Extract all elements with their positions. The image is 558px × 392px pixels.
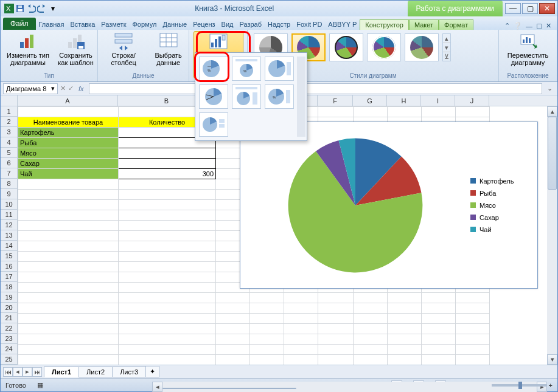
tab-Разраб[interactable]: Разраб (236, 19, 265, 30)
cell-A3[interactable]: Картофель (18, 128, 119, 138)
name-box[interactable]: Диаграмма 8▾ (3, 83, 58, 94)
tab-Вставка[interactable]: Вставка (67, 19, 98, 30)
cell-A11[interactable] (18, 210, 119, 221)
macro-icon[interactable]: ▦ (37, 381, 43, 389)
change-chart-type-button[interactable]: Изменить тип диаграммы (4, 31, 52, 66)
cell-C20[interactable] (216, 303, 250, 314)
tab-ABBYY P[interactable]: ABBYY P (325, 19, 360, 30)
row-header-19[interactable]: 19 (1, 292, 17, 303)
tab-Конструктор[interactable]: Конструктор (360, 19, 409, 30)
tab-nav-first[interactable]: ⏮ (3, 367, 13, 377)
scroll-up-icon[interactable]: ▴ (443, 34, 450, 43)
row-header-15[interactable]: 15 (1, 251, 17, 261)
row-header-17[interactable]: 17 (1, 272, 17, 282)
col-header-F[interactable]: F (318, 95, 353, 106)
more-styles-icon[interactable]: ⊻ (443, 52, 450, 61)
cell-J23[interactable] (456, 334, 490, 345)
row-header-18[interactable]: 18 (1, 282, 17, 292)
cell-A16[interactable] (18, 262, 119, 272)
cell-J20[interactable] (456, 303, 490, 314)
cell-A18[interactable] (18, 283, 119, 293)
col-header-J[interactable]: J (455, 95, 489, 106)
cell-H19[interactable] (388, 293, 422, 303)
sheet-tab-Лист2[interactable]: Лист2 (78, 366, 113, 377)
cell-B13[interactable] (119, 231, 216, 241)
tab-Макет[interactable]: Макет (409, 19, 439, 30)
cell-H21[interactable] (388, 314, 422, 324)
tab-Вид[interactable]: Вид (218, 19, 237, 30)
cell-I23[interactable] (422, 334, 456, 345)
cell-I21[interactable] (422, 314, 456, 324)
cell-A21[interactable] (18, 314, 119, 324)
chart-object[interactable]: КартофельРыбаМясоСахарЧай (240, 122, 538, 289)
cell-I25[interactable] (422, 355, 456, 365)
restore-button[interactable]: ▢ (522, 3, 538, 14)
cell-A1[interactable] (18, 107, 119, 117)
cell-A6[interactable]: Сахар (18, 159, 119, 169)
cell-A17[interactable] (18, 272, 119, 283)
cell-B8[interactable] (119, 179, 216, 190)
cell-A2[interactable]: Наименование товара (18, 117, 119, 128)
enter-icon[interactable]: ✓ (68, 84, 74, 92)
redo-icon[interactable] (37, 4, 47, 13)
minimize-button[interactable]: — (505, 3, 521, 14)
cell-B9[interactable] (119, 190, 216, 200)
cell-B6[interactable] (119, 159, 216, 169)
help-icon[interactable]: ❔ (514, 22, 522, 30)
tab-Формат[interactable]: Формат (439, 19, 473, 30)
vertical-scrollbar[interactable]: ▴ ▾ (547, 106, 557, 365)
legend-item[interactable]: Мясо (470, 202, 531, 209)
tab-Разметк[interactable]: Разметк (98, 19, 129, 30)
cell-F1[interactable] (318, 107, 354, 117)
col-header-I[interactable]: I (421, 95, 455, 106)
save-icon[interactable] (15, 4, 25, 13)
row-header-14[interactable]: 14 (1, 241, 17, 251)
row-header-12[interactable]: 12 (1, 220, 17, 230)
cell-F25[interactable] (318, 355, 354, 365)
cell-B5[interactable] (119, 148, 216, 159)
layout-7[interactable] (199, 112, 228, 137)
cell-A25[interactable] (18, 355, 119, 365)
chart-style-3[interactable] (329, 33, 363, 61)
cell-A23[interactable] (18, 334, 119, 345)
row-header-7[interactable]: 7 (1, 168, 17, 179)
move-chart-button[interactable]: Переместить диаграмму (503, 31, 553, 66)
cell-B19[interactable] (119, 293, 216, 303)
row-header-23[interactable]: 23 (1, 334, 17, 344)
cell-G24[interactable] (354, 345, 388, 355)
tab-nav-last[interactable]: ⏭ (32, 367, 42, 377)
cell-B25[interactable] (119, 355, 216, 365)
cell-D24[interactable] (250, 345, 284, 355)
cell-A9[interactable] (18, 190, 119, 200)
zoom-in-button[interactable]: + (549, 382, 553, 389)
row-header-21[interactable]: 21 (1, 313, 17, 323)
row-header-25[interactable]: 25 (1, 354, 17, 365)
cell-B10[interactable] (119, 200, 216, 210)
row-header-3[interactable]: 3 (1, 127, 17, 137)
tab-Надстр[interactable]: Надстр (265, 19, 293, 30)
cell-A13[interactable] (18, 231, 119, 241)
cell-A20[interactable] (18, 303, 119, 314)
cell-D19[interactable] (250, 293, 284, 303)
cell-J1[interactable] (456, 107, 490, 117)
layout-4[interactable] (199, 84, 228, 109)
layout-5[interactable] (232, 84, 261, 109)
cell-I19[interactable] (422, 293, 456, 303)
legend-item[interactable]: Сахар (470, 214, 531, 221)
cell-B7[interactable]: 300 (119, 169, 216, 179)
cell-F21[interactable] (318, 314, 354, 324)
sheet-tab-Лист1[interactable]: Лист1 (44, 366, 79, 377)
cell-J24[interactable] (456, 345, 490, 355)
cell-B21[interactable] (119, 314, 216, 324)
cell-A12[interactable] (18, 221, 119, 231)
cell-G21[interactable] (354, 314, 388, 324)
cell-G20[interactable] (354, 303, 388, 314)
doc-restore-icon[interactable]: ▢ (536, 22, 542, 30)
cell-H25[interactable] (388, 355, 422, 365)
doc-close-icon[interactable]: ✕ (546, 22, 551, 30)
cell-I1[interactable] (422, 107, 456, 117)
layout-2[interactable]: % (232, 57, 261, 81)
tab-Формул[interactable]: Формул (129, 19, 159, 30)
save-as-template-button[interactable]: Сохранить как шаблон (58, 31, 94, 66)
layout-6[interactable]: % (265, 84, 294, 109)
